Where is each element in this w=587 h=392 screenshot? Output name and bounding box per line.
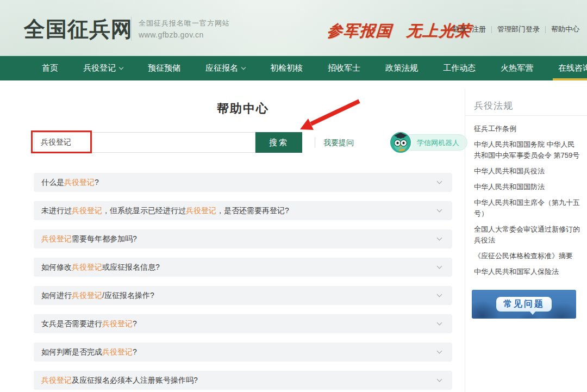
- nav-menu: 首页兵役登记预征预储应征报名初检初核招收军士政策法规工作动态火热军营在线咨询廉洁…: [0, 56, 587, 80]
- faq-keyword: 兵役登记: [102, 319, 133, 328]
- nav-item-label: 应征报名: [205, 63, 238, 73]
- faq-segment: ?: [133, 347, 137, 356]
- nav-item-label: 火热军营: [501, 63, 533, 73]
- faq-segment: ，但系统显示已经进行过: [102, 206, 186, 215]
- owl-robot-icon: [389, 131, 412, 154]
- nav-item-1[interactable]: 首页: [29, 56, 71, 80]
- faq-question-text: 兵役登记及应征报名必须本人注册账号操作吗?: [41, 376, 198, 384]
- faq-item-4[interactable]: 如何修改兵役登记或应征报名信息?: [34, 258, 452, 277]
- faq-question-text: 什么是兵役登记?: [41, 178, 99, 186]
- faq-segment: ?: [95, 178, 99, 186]
- faq-segment: 如何判断是否完成: [41, 347, 102, 356]
- faq-banner-bubble: 常见问题: [496, 297, 552, 312]
- faq-segment: ?: [133, 319, 137, 328]
- faq-keyword: 兵役登记: [64, 178, 95, 186]
- chevron-down-icon: [437, 377, 442, 382]
- faq-question-text: 兵役登记需要每年都参加吗?: [41, 234, 137, 243]
- nav-item-label: 招收军士: [328, 63, 360, 73]
- faq-question-text: 如何进行兵役登记/应征报名操作?: [41, 291, 154, 300]
- sidebar-law-1[interactable]: 征兵工作条例: [474, 123, 582, 134]
- top-links: 登录注册管理部门登录帮助中心: [452, 24, 579, 34]
- faq-keyword: 兵役登记: [72, 263, 102, 271]
- sidebar-law-6[interactable]: 全国人大常委会审议通过新修订的兵役法: [474, 224, 582, 246]
- nav-item-label: 首页: [42, 63, 58, 73]
- sidebar-law-4[interactable]: 中华人民共和国国防法: [474, 182, 582, 192]
- nav-item-4[interactable]: 应征报名: [193, 56, 258, 80]
- sidebar-title: 兵役法规: [474, 99, 513, 112]
- faq-question-text: 如何修改兵役登记或应征报名信息?: [41, 263, 160, 271]
- faq-item-6[interactable]: 女兵是否需要进行兵役登记?: [34, 314, 452, 333]
- nav-item-3[interactable]: 预征预储: [135, 56, 193, 80]
- faq-segment: /应征报名操作?: [102, 291, 154, 300]
- faq-keyword: 兵役登记: [102, 347, 133, 356]
- nav-item-6[interactable]: 招收军士: [315, 56, 373, 80]
- chevron-down-icon: [437, 349, 442, 354]
- faq-question-text: 女兵是否需要进行兵役登记?: [41, 319, 137, 328]
- faq-item-5[interactable]: 如何进行兵役登记/应征报名操作?: [34, 286, 452, 305]
- help-search-input[interactable]: [34, 132, 255, 153]
- chevron-down-icon: [437, 207, 442, 213]
- faq-segment: 如何进行: [41, 291, 72, 300]
- logo-divider: [131, 17, 132, 41]
- faq-keyword: 兵役登记: [72, 291, 102, 300]
- faq-segment: 需要每年都参加吗?: [72, 234, 137, 243]
- faq-keyword: 兵役登记: [41, 234, 72, 243]
- chevron-down-icon: [437, 320, 442, 326]
- nav-item-label: 兵役登记: [83, 63, 116, 73]
- faq-segment: 及应征报名必须本人注册账号操作吗?: [72, 376, 198, 384]
- top-link-1[interactable]: 登录: [452, 24, 466, 34]
- faq-keyword: 兵役登记: [41, 376, 72, 384]
- chevron-down-icon: [119, 65, 123, 70]
- chevron-down-icon: [241, 65, 246, 70]
- faq-item-2[interactable]: 未进行过兵役登记，但系统显示已经进行过兵役登记，是否还需要再登记?: [34, 201, 452, 220]
- faq-keyword: 兵役登记: [72, 206, 102, 215]
- site-header: 全国征兵网 全国征兵报名唯一官方网站 www.gfbzb.gov.cn 参军报国…: [0, 0, 587, 56]
- top-link-separator: [545, 26, 546, 33]
- faq-segment: 女兵是否需要进行: [41, 319, 102, 328]
- faq-segment: 什么是: [41, 178, 64, 186]
- faq-segment: 或应征报名信息?: [102, 263, 160, 271]
- sidebar-title-underline: [465, 115, 587, 116]
- nav-item-label: 工作动态: [443, 63, 476, 73]
- faq-segment: 如何修改: [41, 263, 72, 271]
- nav-item-5[interactable]: 初检初核: [258, 56, 315, 80]
- sidebar-law-5[interactable]: 中华人民共和国主席令（第九十五号）: [474, 197, 582, 219]
- top-link-separator: [491, 26, 492, 33]
- sidebar-law-3[interactable]: 中华人民共和国兵役法: [474, 166, 582, 177]
- faq-item-3[interactable]: 兵役登记需要每年都参加吗?: [34, 229, 452, 248]
- ask-question-link[interactable]: 我要提问: [323, 138, 354, 148]
- slogan-calligraphy: 参军报国 无上光荣: [327, 21, 472, 41]
- faq-banner[interactable]: 常见问题: [472, 290, 576, 319]
- nav-item-7[interactable]: 政策法规: [373, 56, 430, 80]
- search-button[interactable]: 搜索: [255, 132, 302, 153]
- chatbot-entry[interactable]: 学信网机器人: [389, 131, 467, 154]
- sidebar-divider: [465, 89, 465, 392]
- faq-item-8[interactable]: 兵役登记及应征报名必须本人注册账号操作吗?: [34, 371, 452, 390]
- faq-item-1[interactable]: 什么是兵役登记?: [34, 173, 452, 192]
- top-link-3[interactable]: 管理部门登录: [497, 24, 540, 34]
- top-link-2[interactable]: 注册: [472, 24, 486, 34]
- sidebar-law-7[interactable]: 《应征公民体格检查标准》摘要: [474, 251, 582, 262]
- faq-segment: ，是否还需要再登记?: [216, 206, 289, 215]
- sidebar-law-2[interactable]: 中华人民共和国国务院 中华人民共和国中央军事委员会令 第759号: [474, 139, 582, 161]
- laws-list: 征兵工作条例中华人民共和国国务院 中华人民共和国中央军事委员会令 第759号中华…: [474, 123, 582, 282]
- site-logo[interactable]: 全国征兵网: [24, 15, 133, 44]
- page-title: 帮助中心: [34, 101, 452, 117]
- faq-item-7[interactable]: 如何判断是否完成兵役登记?: [34, 343, 452, 362]
- site-tagline: 全国征兵报名唯一官方网站: [139, 18, 230, 28]
- sidebar-law-8[interactable]: 中华人民共和国军人保险法: [474, 266, 582, 277]
- faq-list: 什么是兵役登记?未进行过兵役登记，但系统显示已经进行过兵役登记，是否还需要再登记…: [34, 173, 452, 392]
- chevron-down-icon: [437, 264, 442, 269]
- chevron-down-icon: [437, 235, 442, 241]
- search-divider: [315, 137, 315, 148]
- nav-item-10[interactable]: 在线咨询: [546, 56, 587, 80]
- nav-item-label: 预征预储: [148, 63, 180, 73]
- faq-segment: 未进行过: [41, 206, 72, 215]
- nav-item-9[interactable]: 火热军营: [488, 56, 546, 80]
- nav-item-label: 政策法规: [385, 63, 418, 73]
- top-link-4[interactable]: 帮助中心: [551, 24, 579, 34]
- nav-item-2[interactable]: 兵役登记: [71, 56, 135, 80]
- faq-question-text: 如何判断是否完成兵役登记?: [41, 347, 137, 356]
- nav-item-8[interactable]: 工作动态: [430, 56, 488, 80]
- chevron-down-icon: [437, 292, 442, 297]
